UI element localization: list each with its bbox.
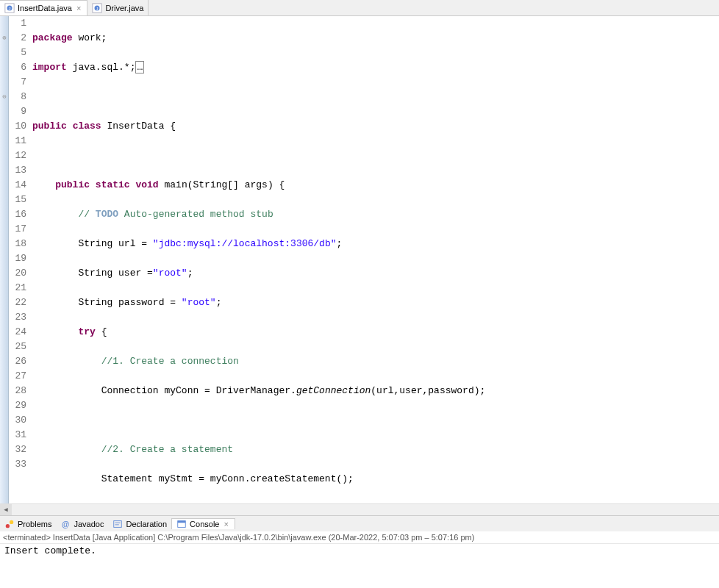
code-line[interactable]: public static void main(String[] args) { <box>29 178 719 193</box>
line-number: 14 <box>9 178 26 193</box>
line-number: 1 <box>9 16 26 31</box>
tab-problems[interactable]: Problems <box>0 519 56 529</box>
line-number: 10 <box>9 119 26 134</box>
line-number: 23 <box>9 310 26 325</box>
line-number: 7 <box>9 75 26 90</box>
expand-marker-icon[interactable]: ⊕ <box>0 31 9 46</box>
line-number: 28 <box>9 384 26 398</box>
code-line[interactable] <box>29 501 719 503</box>
code-line[interactable]: String password = "root"; <box>29 295 719 310</box>
line-number: 27 <box>9 369 26 384</box>
code-line[interactable] <box>29 148 719 163</box>
code-line[interactable] <box>29 413 719 428</box>
line-number: 24 <box>9 325 26 340</box>
line-number: 25 <box>9 340 26 354</box>
line-number: 33 <box>9 457 26 472</box>
line-number: 12 <box>9 148 26 163</box>
line-number: 6 <box>9 60 26 75</box>
code-editor[interactable]: 1 ⊕2 5 6 7 ⊖8 9 10 11 12 13 14 15 16 17 … <box>0 16 719 503</box>
tab-javadoc[interactable]: @ Javadoc <box>56 519 108 529</box>
line-number: 30 <box>9 413 26 428</box>
tab-console[interactable]: Console × <box>171 518 235 529</box>
tab-insertdata[interactable]: J InsertData.java × <box>0 0 87 15</box>
line-number: 13 <box>9 163 26 178</box>
code-line[interactable]: Connection myConn = DriverManager.getCon… <box>29 384 719 398</box>
line-number: 16 <box>9 207 26 222</box>
line-number: ⊕2 <box>9 31 26 46</box>
line-number: 22 <box>9 295 26 310</box>
line-number: 31 <box>9 428 26 442</box>
line-number: 21 <box>9 281 26 295</box>
console-output[interactable]: Insert complete. <box>0 544 719 588</box>
problems-icon <box>4 519 15 529</box>
tab-label: Problems <box>18 520 51 528</box>
line-number: 15 <box>9 193 26 207</box>
line-number: 11 <box>9 134 26 148</box>
tab-label: Driver.java <box>105 4 143 12</box>
code-line[interactable] <box>29 90 719 104</box>
tab-label: Javadoc <box>74 520 104 528</box>
svg-text:@: @ <box>62 519 69 528</box>
line-number: 5 <box>9 46 26 60</box>
code-line[interactable]: // TODO Auto-generated method stub <box>29 207 719 222</box>
code-line[interactable]: //2. Create a statement <box>29 442 719 457</box>
code-line[interactable]: package work; <box>29 31 719 46</box>
line-number: 9 <box>9 104 26 119</box>
line-number: 26 <box>9 354 26 369</box>
javadoc-icon: @ <box>60 519 71 529</box>
tab-label: Console <box>190 520 219 528</box>
line-number: 17 <box>9 222 26 237</box>
tab-driver[interactable]: J Driver.java <box>87 0 149 15</box>
tab-label: Declaration <box>126 520 167 528</box>
svg-point-6 <box>6 524 10 528</box>
code-line[interactable]: String user ="root"; <box>29 266 719 281</box>
svg-text:J: J <box>96 5 99 10</box>
collapse-marker-icon[interactable]: ⊖ <box>0 90 9 104</box>
console-status: <terminated> InsertData [Java Applicatio… <box>0 531 719 544</box>
bottom-panel-tabs: Problems @ Javadoc Declaration Console × <box>0 515 719 531</box>
code-area[interactable]: package work; import java.sql.*;… public… <box>29 16 719 503</box>
close-icon[interactable]: × <box>75 4 82 12</box>
line-number: ⊖8 <box>9 90 26 104</box>
line-number: 20 <box>9 266 26 281</box>
code-line[interactable]: try { <box>29 325 719 340</box>
svg-rect-13 <box>178 521 186 523</box>
code-line[interactable]: Statement myStmt = myConn.createStatemen… <box>29 472 719 487</box>
tab-declaration[interactable]: Declaration <box>108 519 171 529</box>
java-file-icon: J <box>92 3 102 13</box>
declaration-icon <box>112 519 123 529</box>
code-line[interactable]: String url = "jdbc:mysql://localhost:330… <box>29 237 719 251</box>
svg-point-7 <box>10 520 13 523</box>
code-line[interactable]: import java.sql.*;… <box>29 60 719 75</box>
line-number: 29 <box>9 398 26 413</box>
editor-tabs: J InsertData.java × J Driver.java <box>0 0 719 16</box>
line-number: 18 <box>9 237 26 251</box>
line-number: 19 <box>9 251 26 266</box>
svg-text:J: J <box>8 6 10 11</box>
code-line[interactable]: public class InsertData { <box>29 119 719 134</box>
scroll-left-icon[interactable]: ◀ <box>0 504 12 516</box>
close-icon[interactable]: × <box>222 520 229 528</box>
code-line[interactable]: //1. Create a connection <box>29 354 719 369</box>
tab-label: InsertData.java <box>18 4 72 12</box>
horizontal-scrollbar[interactable]: ◀ <box>0 503 719 515</box>
console-icon <box>176 519 187 529</box>
line-number-gutter: 1 ⊕2 5 6 7 ⊖8 9 10 11 12 13 14 15 16 17 … <box>9 16 29 503</box>
java-file-icon: J <box>4 3 15 13</box>
line-number: 32 <box>9 442 26 457</box>
svg-rect-9 <box>114 520 122 527</box>
